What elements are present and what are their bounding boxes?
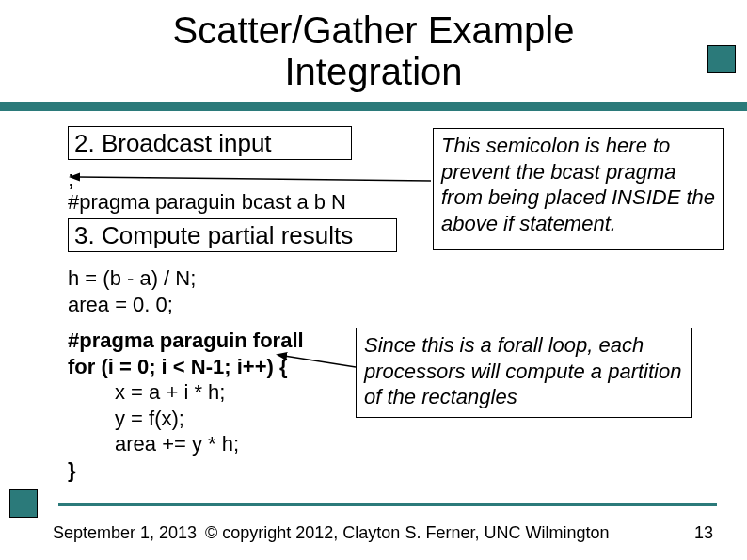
step-2-text: 2. Broadcast input bbox=[74, 129, 272, 157]
title-underline bbox=[0, 102, 747, 111]
decor-square-top bbox=[707, 45, 736, 73]
code-line-close: } bbox=[68, 458, 76, 482]
step-3-text: 3. Compute partial results bbox=[74, 221, 353, 249]
pragma-forall: #pragma paraguin forall bbox=[68, 328, 304, 352]
code-line-h: h = (b - a) / N; bbox=[68, 266, 196, 290]
pragma-bcast: #pragma paraguin bcast a b N bbox=[68, 190, 346, 215]
decor-square-bottom bbox=[9, 489, 38, 518]
title-line-2: Integration bbox=[284, 51, 462, 92]
title-line-1: Scatter/Gather Example bbox=[173, 9, 575, 51]
code-line-x: x = a + i * h; bbox=[68, 379, 304, 406]
footer-date: September 1, 2013 bbox=[53, 523, 197, 543]
note-forall-box: Since this is a forall loop, each proces… bbox=[356, 328, 692, 418]
code-line-area0: area = 0. 0; bbox=[68, 293, 173, 316]
step-3-box: 3. Compute partial results bbox=[68, 218, 397, 252]
step-2-box: 2. Broadcast input bbox=[68, 126, 352, 160]
svg-line-1 bbox=[284, 356, 356, 367]
footer-page-number: 13 bbox=[694, 523, 713, 543]
arrow-forall bbox=[282, 350, 358, 378]
note-semicolon-box: This semicolon is here to prevent the bc… bbox=[433, 128, 724, 250]
svg-line-0 bbox=[77, 177, 431, 181]
code-block-loop: #pragma paraguin forall for (i = 0; i < … bbox=[68, 328, 304, 483]
semicolon-text: ; bbox=[68, 166, 74, 192]
code-line-y: y = f(x); bbox=[68, 406, 304, 432]
footer-bar bbox=[58, 503, 717, 506]
arrow-semicolon bbox=[75, 169, 433, 188]
note-forall-text: Since this is a forall loop, each proces… bbox=[364, 333, 681, 408]
slide: Scatter/Gather Example Integration 2. Br… bbox=[0, 0, 747, 560]
slide-title: Scatter/Gather Example Integration bbox=[0, 9, 747, 92]
note-semicolon-text: This semicolon is here to prevent the bc… bbox=[441, 134, 715, 235]
code-block-init: h = (b - a) / N; area = 0. 0; bbox=[68, 265, 196, 317]
code-line-area: area += y * h; bbox=[68, 431, 304, 457]
footer-copyright: © copyright 2012, Clayton S. Ferner, UNC… bbox=[205, 523, 609, 543]
code-line-for: for (i = 0; i < N-1; i++) { bbox=[68, 355, 288, 378]
